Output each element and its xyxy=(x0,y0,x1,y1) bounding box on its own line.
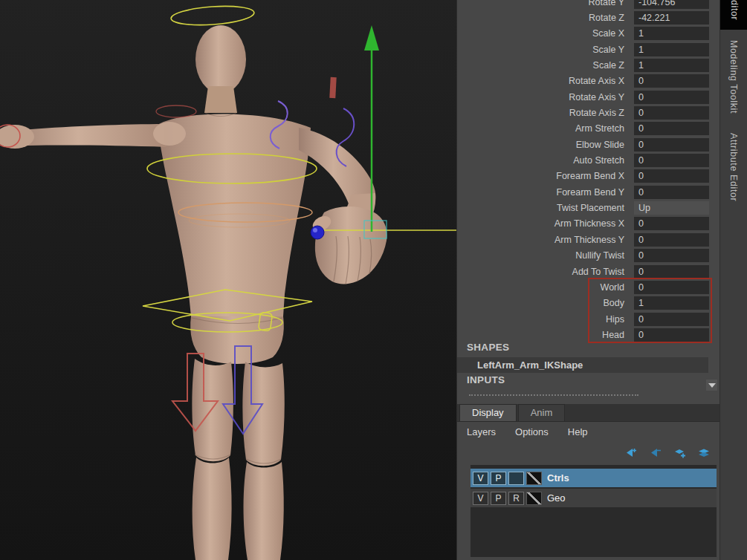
layer-visibility-toggle[interactable]: V xyxy=(473,492,488,505)
channel-value-scale-y[interactable]: 1 xyxy=(634,43,709,56)
channel-row: Rotate Axis X0 xyxy=(457,74,719,89)
channel-label-rotate-axis-y[interactable]: Rotate Axis Y xyxy=(457,92,630,102)
create-empty-layer-icon[interactable] xyxy=(672,446,687,459)
layer-editor-panel: Display Anim Layers Options Help xyxy=(457,404,719,560)
channel-label-auto-stretch[interactable]: Auto Stretch xyxy=(457,155,630,166)
channel-value-body[interactable]: 1 xyxy=(634,296,709,310)
layer-list: V P Ctrls V P R Geo xyxy=(470,465,717,557)
maya-window: Rotate Y-104.756 Rotate Z-42.221 Scale X… xyxy=(0,0,747,560)
pole-vector-highlight xyxy=(313,228,317,232)
channel-value-rotate-axis-y[interactable]: 0 xyxy=(634,91,709,104)
channel-row: Scale X1 xyxy=(457,26,719,42)
layer-color-swatch[interactable] xyxy=(526,472,542,485)
channel-value-rotate-axis-z[interactable]: 0 xyxy=(634,106,709,120)
tab-channel-box-layer-editor[interactable]: ditor xyxy=(720,0,747,30)
channel-value-rotate-y[interactable]: -104.756 xyxy=(634,0,709,9)
channel-value-arm-stretch[interactable]: 0 xyxy=(634,122,709,135)
move-selected-to-layer-icon[interactable] xyxy=(623,446,638,459)
channel-label-world[interactable]: World xyxy=(457,282,630,293)
layer-row-geo[interactable]: V P R Geo xyxy=(470,489,717,507)
layer-display-type-toggle[interactable]: R xyxy=(508,492,524,505)
layer-playback-toggle[interactable]: P xyxy=(491,492,506,505)
channel-value-auto-stretch[interactable]: 0 xyxy=(634,154,709,167)
channel-attribute-list: Rotate Y-104.756 Rotate Z-42.221 Scale X… xyxy=(457,0,719,343)
fk-marker[interactable] xyxy=(329,77,336,98)
layer-playback-toggle[interactable]: P xyxy=(491,472,506,485)
pole-vector-sphere[interactable] xyxy=(311,226,324,239)
remove-selected-from-layer-icon[interactable] xyxy=(647,446,662,459)
channel-box-panel: Rotate Y-104.756 Rotate Z-42.221 Scale X… xyxy=(456,0,719,560)
channel-row: Rotate Y-104.756 xyxy=(457,0,719,10)
channel-value-scale-z[interactable]: 1 xyxy=(634,59,709,72)
channel-value-arm-thickness-x[interactable]: 0 xyxy=(634,217,709,230)
layer-visibility-toggle[interactable]: V xyxy=(473,472,488,485)
panel-splitter-handle[interactable] xyxy=(469,394,638,396)
channel-value-world[interactable]: 0 xyxy=(634,281,709,294)
channel-value-twist-placement[interactable]: Up xyxy=(634,201,709,215)
channel-value-rotate-z[interactable]: -42.221 xyxy=(634,11,709,25)
channel-row: Nullify Twist0 xyxy=(457,248,719,264)
channel-row: Hips0 xyxy=(457,311,719,327)
channel-label-rotate-axis-x[interactable]: Rotate Axis X xyxy=(457,76,630,86)
channel-row: Forearm Bend Y0 xyxy=(457,184,719,200)
layer-toolbar xyxy=(457,441,719,463)
menu-options[interactable]: Options xyxy=(515,426,549,437)
channel-row: World0 xyxy=(457,279,719,295)
tab-display[interactable]: Display xyxy=(459,404,517,421)
character-head[interactable] xyxy=(195,25,246,94)
layer-row-ctrls[interactable]: V P Ctrls xyxy=(470,469,717,487)
character-right-thigh[interactable] xyxy=(242,362,284,466)
channel-row: Body1 xyxy=(457,296,719,311)
layer-color-swatch[interactable] xyxy=(526,492,542,505)
channel-label-arm-thickness-x[interactable]: Arm Thickness X xyxy=(457,218,630,229)
channel-label-head[interactable]: Head xyxy=(457,330,630,340)
layer-display-type-toggle[interactable] xyxy=(508,472,524,485)
channel-label-scale-x[interactable]: Scale X xyxy=(457,28,630,39)
channel-row: Forearm Bend X0 xyxy=(457,169,719,184)
channel-label-forearm-bend-x[interactable]: Forearm Bend X xyxy=(457,171,630,181)
channel-value-nullify-twist[interactable]: 0 xyxy=(634,249,709,262)
channel-label-rotate-z[interactable]: Rotate Z xyxy=(457,13,630,23)
channel-label-hips[interactable]: Hips xyxy=(457,314,630,325)
layer-name[interactable]: Geo xyxy=(547,492,566,504)
viewport-3d[interactable] xyxy=(0,0,456,560)
channel-label-nullify-twist[interactable]: Nullify Twist xyxy=(457,250,630,261)
right-sidebar-tabs: ditor Modeling Toolkit Attribute Editor xyxy=(719,0,747,560)
channel-label-arm-thickness-y[interactable]: Arm Thickness Y xyxy=(457,235,630,245)
channel-value-forearm-bend-y[interactable]: 0 xyxy=(634,186,709,199)
channel-label-arm-stretch[interactable]: Arm Stretch xyxy=(457,123,630,134)
channel-value-head[interactable]: 0 xyxy=(634,328,709,342)
channel-label-twist-placement[interactable]: Twist Placement xyxy=(457,203,630,213)
layer-name[interactable]: Ctrls xyxy=(547,472,569,484)
channel-row: Rotate Axis Y0 xyxy=(457,89,719,105)
channel-value-elbow-slide[interactable]: 0 xyxy=(634,138,709,152)
channel-value-arm-thickness-y[interactable]: 0 xyxy=(634,233,709,247)
character-right-calf[interactable] xyxy=(244,462,284,560)
channel-value-add-to-twist[interactable]: 0 xyxy=(634,265,709,279)
channel-value-scale-x[interactable]: 1 xyxy=(634,27,709,40)
scroll-down-button[interactable] xyxy=(706,380,717,391)
character-left-calf[interactable] xyxy=(193,458,232,560)
menu-layers[interactable]: Layers xyxy=(467,426,496,437)
channel-label-elbow-slide[interactable]: Elbow Slide xyxy=(457,140,630,150)
tab-attribute-editor[interactable]: Attribute Editor xyxy=(720,133,747,201)
channel-value-forearm-bend-x[interactable]: 0 xyxy=(634,169,709,183)
channel-row: Auto Stretch0 xyxy=(457,152,719,168)
tab-modeling-toolkit[interactable]: Modeling Toolkit xyxy=(720,40,747,114)
channel-label-rotate-y[interactable]: Rotate Y xyxy=(457,0,630,7)
menu-help[interactable]: Help xyxy=(568,426,588,437)
channel-label-body[interactable]: Body xyxy=(457,298,630,308)
tab-anim[interactable]: Anim xyxy=(518,404,566,421)
channel-label-scale-y[interactable]: Scale Y xyxy=(457,45,630,55)
channel-value-rotate-axis-x[interactable]: 0 xyxy=(634,74,709,88)
create-layer-assign-selected-icon[interactable] xyxy=(696,446,711,459)
viewport-panel[interactable] xyxy=(0,0,456,560)
shape-node-row[interactable]: LeftArm_Arm_IKShape xyxy=(457,357,708,373)
channel-row: Rotate Axis Z0 xyxy=(457,105,719,120)
channel-label-add-to-twist[interactable]: Add To Twist xyxy=(457,267,630,277)
channel-label-rotate-axis-z[interactable]: Rotate Axis Z xyxy=(457,108,630,118)
chevron-down-icon xyxy=(708,383,716,388)
channel-value-hips[interactable]: 0 xyxy=(634,313,709,326)
channel-label-forearm-bend-y[interactable]: Forearm Bend Y xyxy=(457,187,630,198)
channel-label-scale-z[interactable]: Scale Z xyxy=(457,60,630,71)
